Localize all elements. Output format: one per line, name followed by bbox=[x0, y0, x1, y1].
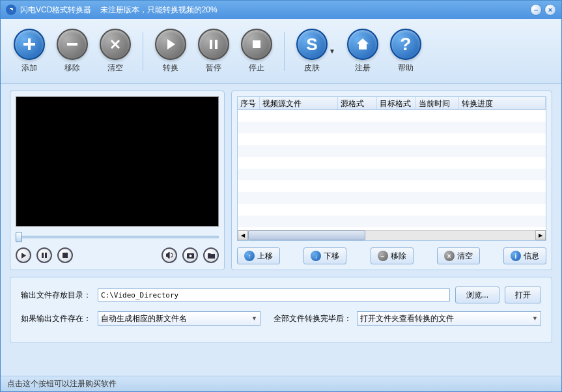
output-panel: 输出文件存放目录： 浏览... 打开 如果输出文件存在： 自动生成相应的新文件名… bbox=[10, 277, 552, 343]
stop-button[interactable]: 停止 bbox=[241, 29, 272, 74]
svg-rect-2 bbox=[215, 40, 218, 49]
plus-icon bbox=[22, 37, 36, 51]
col-progress[interactable]: 转换进度 bbox=[459, 97, 546, 109]
remove-label: 移除 bbox=[64, 63, 80, 74]
help-button[interactable]: ? 帮助 bbox=[390, 29, 421, 74]
scroll-thumb[interactable] bbox=[248, 231, 365, 240]
stop-label: 停止 bbox=[249, 63, 264, 74]
file-table: 序号 视频源文件 源格式 目标格式 当前时间 转换进度 ◀ ▶ bbox=[237, 96, 546, 241]
toolbar-separator bbox=[284, 32, 285, 71]
btn-label: 浏览... bbox=[466, 290, 488, 301]
app-name: 闪电VCD格式转换器 bbox=[20, 5, 91, 14]
app-icon: ▶ bbox=[6, 5, 16, 15]
btn-label: 清空 bbox=[457, 251, 473, 262]
chevron-down-icon: ▼ bbox=[532, 315, 538, 322]
window-controls: – × bbox=[530, 4, 556, 16]
output-dir-label: 输出文件存放目录： bbox=[21, 290, 92, 301]
slider-track bbox=[16, 236, 219, 238]
main-content: 序号 视频源文件 源格式 目标格式 当前时间 转换进度 ◀ ▶ ↑上移 ↓下移 … bbox=[1, 84, 561, 277]
folder-icon bbox=[208, 253, 215, 259]
close-button[interactable]: × bbox=[544, 4, 556, 16]
app-notice: 未注册版本，只能转换视频的20% bbox=[100, 5, 218, 14]
x-icon bbox=[109, 38, 122, 51]
svg-rect-6 bbox=[63, 253, 68, 258]
table-body[interactable] bbox=[238, 110, 546, 230]
video-preview[interactable] bbox=[16, 96, 219, 227]
info-button[interactable]: i信息 bbox=[503, 247, 546, 264]
after-label: 全部文件转换完毕后： bbox=[274, 313, 352, 324]
titlebar: ▶ 闪电VCD格式转换器 未注册版本，只能转换视频的20% – × bbox=[1, 1, 561, 19]
horizontal-scrollbar[interactable]: ◀ ▶ bbox=[238, 230, 546, 240]
volume-button[interactable] bbox=[162, 247, 177, 263]
preview-panel bbox=[10, 91, 225, 270]
home-icon bbox=[356, 37, 370, 51]
statusbar: 点击这个按钮可以注册购买软件 bbox=[1, 376, 561, 391]
slider-thumb[interactable] bbox=[16, 232, 22, 242]
list-remove-button[interactable]: −移除 bbox=[371, 247, 414, 264]
move-up-button[interactable]: ↑上移 bbox=[237, 247, 280, 264]
clear-label: 清空 bbox=[107, 63, 123, 74]
pause-button[interactable]: 暂停 bbox=[198, 29, 229, 74]
register-label: 注册 bbox=[355, 63, 371, 74]
skin-button[interactable]: S 皮肤 bbox=[296, 29, 328, 74]
pause-icon bbox=[42, 253, 47, 258]
status-text: 点击这个按钮可以注册购买软件 bbox=[7, 378, 117, 389]
clear-button[interactable]: 清空 bbox=[100, 29, 131, 74]
move-down-button[interactable]: ↓下移 bbox=[303, 247, 346, 264]
snapshot-button[interactable] bbox=[182, 247, 198, 263]
btn-label: 移除 bbox=[391, 251, 406, 262]
speaker-icon bbox=[166, 252, 173, 259]
col-srcfmt[interactable]: 源格式 bbox=[338, 97, 377, 109]
svg-rect-1 bbox=[210, 40, 212, 49]
pause-label: 暂停 bbox=[206, 63, 221, 74]
col-seq[interactable]: 序号 bbox=[238, 97, 260, 109]
app-window: ▶ 闪电VCD格式转换器 未注册版本，只能转换视频的20% – × 添加 移除 … bbox=[0, 0, 562, 392]
output-dir-input[interactable] bbox=[98, 288, 450, 301]
scroll-right-icon[interactable]: ▶ bbox=[535, 231, 546, 240]
add-label: 添加 bbox=[21, 63, 37, 74]
open-file-button[interactable] bbox=[203, 247, 219, 263]
arrow-down-icon: ↓ bbox=[311, 251, 321, 261]
col-dstfmt[interactable]: 目标格式 bbox=[377, 97, 416, 109]
pause-icon bbox=[208, 38, 219, 50]
skin-label: 皮肤 bbox=[304, 63, 320, 74]
minimize-button[interactable]: – bbox=[530, 4, 542, 16]
player-play-button[interactable] bbox=[16, 247, 31, 263]
btn-label: 下移 bbox=[324, 251, 339, 262]
play-icon bbox=[164, 38, 177, 51]
col-source[interactable]: 视频源文件 bbox=[260, 97, 338, 109]
svg-rect-4 bbox=[42, 253, 44, 258]
btn-label: 信息 bbox=[524, 251, 539, 262]
x-icon: × bbox=[444, 251, 455, 261]
convert-button[interactable]: 转换 bbox=[155, 29, 186, 74]
list-buttons: ↑上移 ↓下移 −移除 ×清空 i信息 bbox=[237, 247, 546, 264]
skin-dropdown-icon[interactable]: ▼ bbox=[329, 48, 335, 55]
browse-button[interactable]: 浏览... bbox=[455, 287, 499, 303]
convert-label: 转换 bbox=[163, 63, 178, 74]
window-title: 闪电VCD格式转换器 未注册版本，只能转换视频的20% bbox=[20, 5, 530, 16]
scroll-left-icon[interactable]: ◀ bbox=[238, 231, 248, 240]
svg-point-8 bbox=[189, 255, 191, 257]
register-button[interactable]: 注册 bbox=[347, 29, 378, 74]
exists-select[interactable]: 自动生成相应的新文件名 ▼ bbox=[98, 311, 260, 326]
col-time[interactable]: 当前时间 bbox=[416, 97, 459, 109]
arrow-up-icon: ↑ bbox=[244, 251, 255, 261]
svg-rect-5 bbox=[45, 253, 47, 258]
camera-icon bbox=[187, 253, 194, 259]
scroll-track[interactable] bbox=[248, 231, 535, 240]
list-panel: 序号 视频源文件 源格式 目标格式 当前时间 转换进度 ◀ ▶ ↑上移 ↓下移 … bbox=[231, 91, 552, 270]
player-stop-button[interactable] bbox=[57, 247, 73, 263]
after-select[interactable]: 打开文件夹查看转换的文件 ▼ bbox=[357, 311, 541, 326]
list-clear-button[interactable]: ×清空 bbox=[437, 247, 480, 264]
stop-icon bbox=[63, 253, 68, 258]
minus-icon bbox=[65, 37, 79, 51]
remove-button[interactable]: 移除 bbox=[57, 29, 88, 74]
stop-icon bbox=[251, 38, 262, 50]
add-button[interactable]: 添加 bbox=[14, 29, 45, 74]
question-icon: ? bbox=[400, 34, 411, 55]
player-pause-button[interactable] bbox=[36, 247, 52, 263]
open-button[interactable]: 打开 bbox=[505, 287, 541, 303]
btn-label: 上移 bbox=[257, 251, 273, 262]
svg-rect-0 bbox=[67, 43, 77, 46]
seek-slider[interactable] bbox=[16, 232, 219, 242]
